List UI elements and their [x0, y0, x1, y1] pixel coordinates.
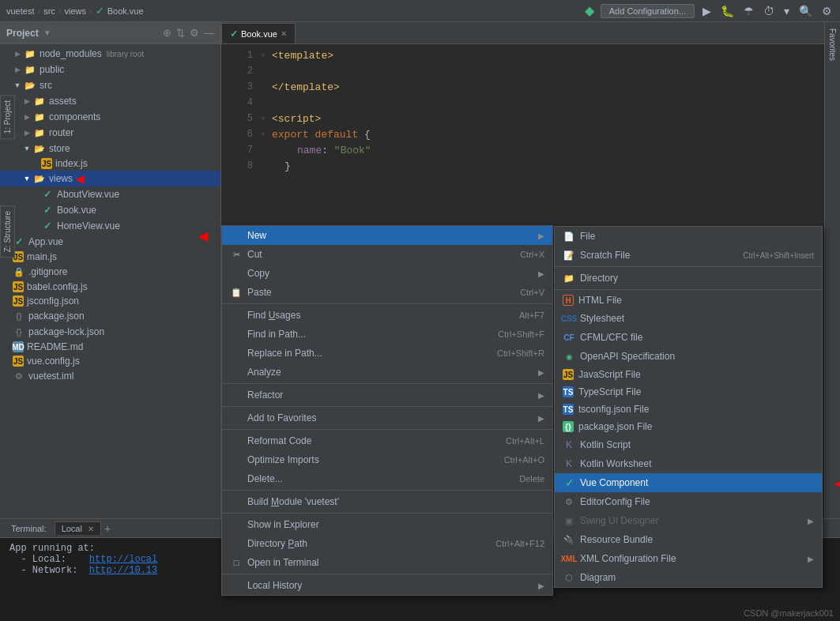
terminal-local-link[interactable]: http://local	[89, 554, 157, 565]
tree-item-homeview[interactable]: ✓ HomeView.vue	[0, 218, 220, 234]
sub-item-tsconfig[interactable]: TS tsconfig.json File	[555, 401, 822, 418]
line-num-3: 3	[224, 81, 253, 92]
vueconfig-icon: JS	[13, 356, 24, 367]
ctx-item-dirpath[interactable]: Directory Path Ctrl+Alt+F12	[222, 534, 552, 553]
search-icon[interactable]: 🔍	[797, 3, 814, 19]
sub-item-directory[interactable]: 📁 Directory	[555, 269, 822, 288]
ctx-item-copy[interactable]: Copy ▶	[222, 264, 552, 283]
tree-item-babel[interactable]: JS babel.config.js	[0, 280, 220, 294]
tab-bookvue[interactable]: ✓ Book.vue ✕	[221, 23, 296, 43]
ctx-item-replacepath[interactable]: Replace in Path... Ctrl+Shift+R	[222, 344, 552, 363]
title-bar-right: ◆ Add Configuration... ▶ 🐛 ☂ ⏱ ▾ 🔍 ⚙	[585, 3, 834, 19]
ctx-item-showexplorer[interactable]: Show in Explorer	[222, 515, 552, 534]
tree-item-gitignore[interactable]: 🔒 .gitignore	[0, 264, 220, 280]
tree-item-packagelockjson[interactable]: {} package-lock.json	[0, 324, 220, 340]
tree-item-readme[interactable]: MD README.md	[0, 340, 220, 354]
ctx-item-paste[interactable]: 📋 Paste Ctrl+V	[222, 283, 552, 302]
sub-cfml-label: CFML/CFC file	[580, 332, 814, 343]
ctx-item-refactor[interactable]: Refactor ▶	[222, 386, 552, 405]
line-num-2: 2	[224, 66, 253, 77]
favorites-tab[interactable]: Favorites	[827, 22, 838, 67]
sub-item-editorconfig[interactable]: ⚙ EditorConfig File	[555, 492, 822, 511]
gear-icon[interactable]: ⚙	[190, 27, 199, 39]
ctx-item-build[interactable]: Build Module 'vuetest'	[222, 492, 552, 511]
tree-item-appvue[interactable]: ✓ App.vue	[0, 234, 220, 250]
ctx-item-findusages[interactable]: Find Usages Alt+F7	[222, 306, 552, 325]
run-icon[interactable]: ▶	[701, 3, 713, 19]
scroll-icon[interactable]: ⇅	[176, 27, 185, 39]
tree-item-node-modules[interactable]: ▶ 📁 node_modules library root	[0, 46, 220, 62]
ctx-item-cut[interactable]: ✂ Cut Ctrl+X	[222, 245, 552, 264]
debug-icon[interactable]: 🐛	[719, 3, 736, 19]
ctx-item-localhistory[interactable]: Local History ▶	[222, 576, 552, 595]
tree-item-mainjs[interactable]: JS main.js	[0, 250, 220, 264]
code-line-8: 8 }	[221, 158, 824, 174]
sub-item-scratch[interactable]: 📝 Scratch File Ctrl+Alt+Shift+Insert	[555, 246, 822, 265]
code-line-3: 3 </template>	[221, 79, 824, 95]
breadcrumb-views[interactable]: views	[64, 6, 86, 16]
minimize-icon[interactable]: —	[204, 27, 214, 39]
ctx-item-delete[interactable]: Delete... Delete	[222, 469, 552, 488]
tab-close-icon[interactable]: ✕	[281, 29, 287, 38]
ctx-item-analyze[interactable]: Analyze ▶	[222, 363, 552, 382]
coverage-icon[interactable]: ☂	[742, 3, 755, 19]
breadcrumb-bookvue[interactable]: Book.vue	[107, 6, 144, 16]
sub-item-diagram[interactable]: ⬡ Diagram	[555, 568, 822, 587]
tree-item-router[interactable]: ▶ 📁 router	[0, 125, 220, 141]
sub-item-cfml[interactable]: CF CFML/CFC file	[555, 328, 822, 347]
ctx-item-reformat[interactable]: Reformat Code Ctrl+Alt+L	[222, 431, 552, 450]
terminal-add-button[interactable]: +	[104, 522, 111, 535]
sub-item-kotlin[interactable]: K Kotlin Script	[555, 435, 822, 454]
project-side-tab[interactable]: 1: Project	[0, 95, 15, 139]
sub-item-html[interactable]: H HTML File	[555, 292, 822, 309]
add-config-button[interactable]: Add Configuration...	[601, 4, 695, 18]
more-run-icon[interactable]: ▾	[782, 3, 791, 19]
tree-item-index-js[interactable]: JS index.js	[0, 156, 220, 171]
ctx-item-findinpath[interactable]: Find in Path... Ctrl+Shift+F	[222, 325, 552, 344]
tree-item-bookview[interactable]: ✓ Book.vue	[0, 202, 220, 218]
tree-item-src[interactable]: ▼ 📂 src	[0, 77, 220, 93]
ctx-item-new[interactable]: New ▶ ◀	[222, 226, 552, 245]
sub-diagram-icon: ⬡	[563, 571, 575, 584]
tree-item-aboutview[interactable]: ✓ AboutView.vue	[0, 186, 220, 202]
fold-6[interactable]: ▿	[261, 130, 270, 139]
tree-item-store[interactable]: ▼ 📂 store	[0, 141, 220, 156]
fold-5[interactable]: ▿	[261, 114, 270, 123]
tree-item-packagejson[interactable]: {} package.json	[0, 308, 220, 324]
sub-directory-label: Directory	[580, 273, 814, 284]
settings-icon[interactable]: ⚙	[820, 3, 834, 19]
terminal-network-link[interactable]: http://10.13	[89, 565, 157, 576]
tree-item-vueconfig[interactable]: JS vue.config.js	[0, 354, 220, 368]
breadcrumb-vuetest[interactable]: vuetest	[6, 6, 34, 16]
tree-item-views[interactable]: ▼ 📂 views ◀	[0, 171, 220, 186]
sub-item-css[interactable]: CSS Stylesheet	[555, 309, 822, 328]
ctx-item-optimizeimports[interactable]: Optimize Imports Ctrl+Alt+O	[222, 450, 552, 469]
profile-icon[interactable]: ⏱	[762, 3, 776, 19]
tree-item-components[interactable]: ▶ 📁 components	[0, 109, 220, 125]
sub-html-icon: H	[563, 295, 574, 306]
terminal-local-close[interactable]: ✕	[88, 525, 94, 533]
iml-label: vuetest.iml	[28, 371, 73, 382]
sub-item-tsfile[interactable]: TS TypeScript File	[555, 383, 822, 401]
sub-item-packagejson[interactable]: {} package.json File	[555, 418, 822, 435]
structure-side-tab[interactable]: Z: Structure	[0, 205, 15, 258]
tree-item-public[interactable]: ▶ 📁 public	[0, 62, 220, 77]
terminal-tab-local[interactable]: Local ✕	[55, 521, 101, 535]
ctx-item-favorites[interactable]: Add to Favorites ▶	[222, 408, 552, 427]
tree-item-iml[interactable]: ⚙ vuetest.iml	[0, 368, 220, 384]
sub-item-resource[interactable]: 🔌 Resource Bundle	[555, 530, 822, 549]
ctx-item-openterminal[interactable]: □ Open in Terminal	[222, 553, 552, 572]
fold-1[interactable]: ▿	[261, 51, 270, 60]
sub-item-openapi[interactable]: ◉ OpenAPI Specification	[555, 347, 822, 366]
tree-item-assets[interactable]: ▶ 📁 assets	[0, 93, 220, 109]
locate-icon[interactable]: ⊕	[163, 27, 171, 39]
sub-item-kotlinws[interactable]: K Kotlin Worksheet	[555, 454, 822, 473]
sub-item-file[interactable]: 📄 File	[555, 227, 822, 246]
sub-item-jsfile[interactable]: JS JavaScript File	[555, 366, 822, 383]
breadcrumb-src[interactable]: src	[43, 6, 55, 16]
sub-item-vue[interactable]: ✓ Vue Component ◀	[555, 473, 822, 492]
tree-item-jsconfig[interactable]: JS jsconfig.json	[0, 294, 220, 308]
sub-packagejson-icon: {}	[563, 421, 574, 432]
sub-item-xml[interactable]: XML XML Configuration File ▶	[555, 549, 822, 568]
packagejson-icon: {}	[13, 310, 25, 322]
